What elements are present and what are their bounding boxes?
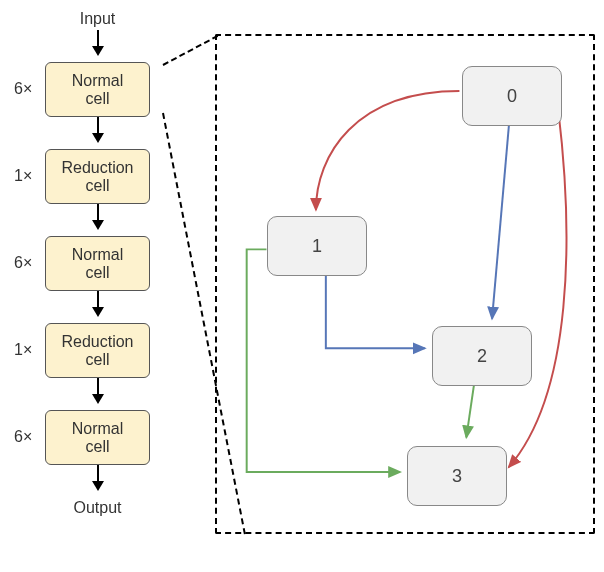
- arrow-icon: [92, 30, 104, 62]
- reduction-cell-box: Reduction cell: [45, 323, 150, 378]
- arrow-icon: [92, 465, 104, 497]
- cell-detail-panel: 0123: [215, 34, 595, 534]
- edge-0-3: [509, 111, 567, 467]
- graph-node-3: 3: [407, 446, 507, 506]
- cell-line2: cell: [85, 177, 109, 195]
- graph-node-2: 2: [432, 326, 532, 386]
- normal-cell-box: Normal cell: [45, 236, 150, 291]
- arrow-icon: [92, 291, 104, 323]
- edge-0-1: [316, 91, 459, 210]
- multiplier-label: 6×: [14, 80, 32, 98]
- cell-line2: cell: [85, 351, 109, 369]
- cell-line2: cell: [85, 438, 109, 456]
- normal-cell-box: Normal cell: [45, 410, 150, 465]
- edge-1-3: [247, 249, 400, 472]
- cell-line1: Reduction: [61, 159, 133, 177]
- cell-line2: cell: [85, 90, 109, 108]
- arrow-icon: [92, 117, 104, 149]
- reduction-cell-box: Reduction cell: [45, 149, 150, 204]
- input-label: Input: [80, 10, 116, 28]
- multiplier-label: 1×: [14, 167, 32, 185]
- output-label: Output: [73, 499, 121, 517]
- multiplier-label: 6×: [14, 254, 32, 272]
- cell-line2: cell: [85, 264, 109, 282]
- cell-line1: Reduction: [61, 333, 133, 351]
- arrow-icon: [92, 378, 104, 410]
- cell-line1: Normal: [72, 72, 124, 90]
- graph-node-0: 0: [462, 66, 562, 126]
- cell-line1: Normal: [72, 246, 124, 264]
- multiplier-label: 6×: [14, 428, 32, 446]
- cell-line1: Normal: [72, 420, 124, 438]
- architecture-flow: Input 6× Normal cell 1× Reduction cell 6…: [0, 0, 195, 572]
- multiplier-label: 1×: [14, 341, 32, 359]
- edge-2-3: [466, 383, 474, 437]
- normal-cell-box: Normal cell: [45, 62, 150, 117]
- edge-1-2: [326, 274, 425, 348]
- edge-0-2: [492, 126, 509, 319]
- graph-node-1: 1: [267, 216, 367, 276]
- arrow-icon: [92, 204, 104, 236]
